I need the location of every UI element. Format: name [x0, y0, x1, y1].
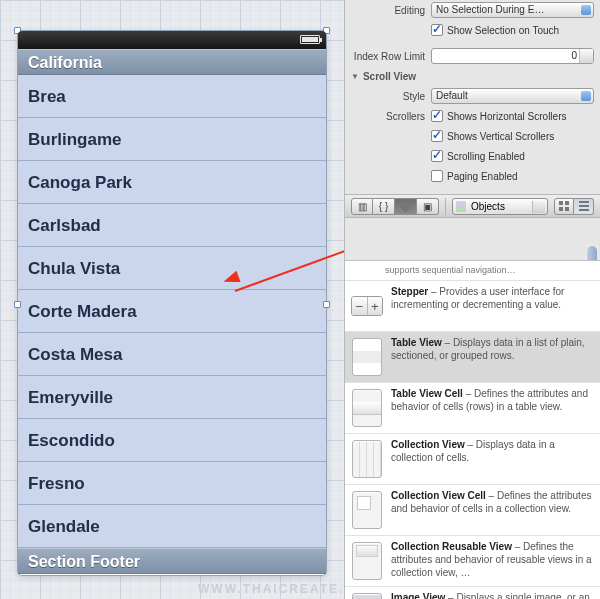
editing-label: Editing [351, 5, 431, 16]
shows-vertical-scrollers-checkbox[interactable] [431, 130, 443, 142]
table-view[interactable]: Brea Burlingame Canoga Park Carlsbad Chu… [18, 75, 326, 548]
show-selection-on-touch-checkbox[interactable] [431, 24, 443, 36]
shows-horizontal-scrollers-label: Shows Horizontal Scrollers [447, 111, 567, 122]
battery-icon [300, 35, 320, 44]
image-view-icon [352, 593, 382, 599]
index-row-limit-label: Index Row Limit [351, 51, 431, 62]
shows-horizontal-scrollers-checkbox[interactable] [431, 110, 443, 122]
list-view-button[interactable] [574, 198, 594, 215]
library-item-title: Collection View [391, 439, 465, 450]
shows-vertical-scrollers-label: Shows Vertical Scrollers [447, 131, 554, 142]
scrollers-label: Scrollers [351, 111, 431, 122]
table-row[interactable]: Escondido [18, 419, 326, 462]
objects-tab[interactable] [395, 198, 417, 215]
resize-handle-left-mid[interactable] [14, 301, 21, 308]
scrolling-enabled-label: Scrolling Enabled [447, 151, 525, 162]
attributes-inspector: Editing No Selection During E… Show Sele… [345, 0, 600, 186]
library-item-title: Collection View Cell [391, 490, 486, 501]
media-tab[interactable]: ▣ [417, 198, 439, 215]
library-item-collection-reusable-view[interactable]: Collection Reusable View – Defines the a… [345, 536, 600, 587]
collection-view-cell-icon [352, 491, 382, 529]
code-snippets-tab[interactable]: { } [373, 198, 395, 215]
disclosure-triangle-icon: ▼ [351, 72, 359, 81]
object-library-list[interactable]: supports sequential navigation… −+ Stepp… [345, 260, 600, 599]
scroll-view-section[interactable]: ▼ Scroll View [345, 66, 600, 86]
grid-view-button[interactable] [554, 198, 574, 215]
table-row[interactable]: Chula Vista [18, 247, 326, 290]
interface-builder-canvas[interactable]: California Brea Burlingame Canoga Park C… [0, 0, 344, 599]
stepper-icon: −+ [351, 296, 383, 316]
table-view-cell-icon [352, 389, 382, 427]
resize-handle-right-mid[interactable] [323, 301, 330, 308]
library-toolbar: ▥ { } ▣ Objects [345, 194, 600, 218]
paging-enabled-label: Paging Enabled [447, 171, 518, 182]
library-item-table-view[interactable]: Table View – Displays data in a list of … [345, 332, 600, 383]
library-scope-popup[interactable]: Objects [452, 198, 548, 215]
library-item-title: Collection Reusable View [391, 541, 512, 552]
library-tab-segment[interactable]: ▥ { } ▣ [351, 198, 439, 215]
paging-enabled-checkbox[interactable] [431, 170, 443, 182]
xcode-utilities-panel: Editing No Selection During E… Show Sele… [344, 0, 600, 599]
library-item-title: Table View [391, 337, 442, 348]
library-item-title: Table View Cell [391, 388, 463, 399]
table-row[interactable]: Fresno [18, 462, 326, 505]
table-row[interactable]: Emeryville [18, 376, 326, 419]
library-item-title: Stepper [391, 286, 428, 297]
list-icon [579, 201, 589, 211]
library-item-collection-view[interactable]: Collection View – Displays data in a col… [345, 434, 600, 485]
library-item-image-view[interactable]: Image View – Displays a single image, or… [345, 587, 600, 599]
collection-view-icon [352, 440, 382, 478]
toolbar-separator [445, 198, 446, 215]
library-item-remnant: supports sequential navigation… [345, 261, 600, 281]
table-view-icon [352, 338, 382, 376]
scrolling-enabled-checkbox[interactable] [431, 150, 443, 162]
table-row[interactable]: Corte Madera [18, 290, 326, 333]
table-section-header[interactable]: California [18, 49, 326, 75]
table-row[interactable]: Costa Mesa [18, 333, 326, 376]
library-view-mode[interactable] [554, 198, 594, 215]
library-item-table-view-cell[interactable]: Table View Cell – Defines the attributes… [345, 383, 600, 434]
table-row[interactable]: Glendale [18, 505, 326, 548]
index-row-limit-field[interactable]: 0 [431, 48, 594, 64]
status-bar [18, 31, 326, 49]
grid-icon [559, 201, 569, 211]
cube-icon [401, 202, 410, 211]
table-row[interactable]: Brea [18, 75, 326, 118]
collection-reusable-view-icon [352, 542, 382, 580]
file-templates-tab[interactable]: ▥ [351, 198, 373, 215]
library-item-title: Image View [391, 592, 445, 599]
library-item-stepper[interactable]: −+ Stepper – Provides a user interface f… [345, 281, 600, 332]
style-label: Style [351, 91, 431, 102]
editing-popup[interactable]: No Selection During E… [431, 2, 594, 18]
library-item-collection-view-cell[interactable]: Collection View Cell – Defines the attri… [345, 485, 600, 536]
table-row[interactable]: Burlingame [18, 118, 326, 161]
table-row[interactable]: Carlsbad [18, 204, 326, 247]
show-selection-on-touch-label: Show Selection on Touch [447, 25, 559, 36]
style-popup[interactable]: Default [431, 88, 594, 104]
table-section-footer[interactable]: Section Footer [18, 548, 326, 574]
table-row[interactable]: Canoga Park [18, 161, 326, 204]
iphone-preview[interactable]: California Brea Burlingame Canoga Park C… [17, 30, 327, 576]
